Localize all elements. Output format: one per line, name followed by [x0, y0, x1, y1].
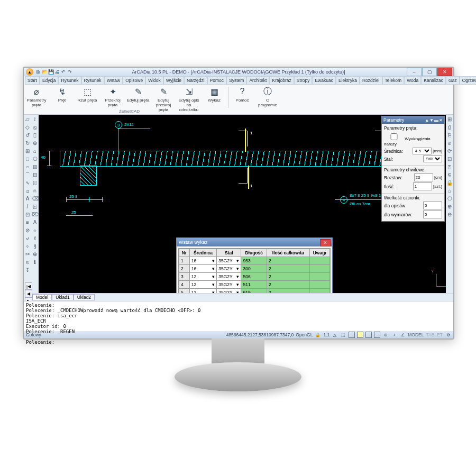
left1-tool-4-icon[interactable]: ⊞: [24, 148, 31, 154]
ribbon-button-5[interactable]: ✎Edytuj przekrój pręta: [152, 86, 175, 112]
sheet-tab-model[interactable]: Model: [32, 294, 52, 300]
left2-tool-5-icon[interactable]: ⎔: [32, 156, 38, 162]
left2-tool-10-icon[interactable]: ⌫: [32, 196, 38, 202]
status-toggle-1[interactable]: [349, 332, 355, 338]
left1-tool-11-icon[interactable]: /: [24, 204, 31, 210]
panel-pin-icon[interactable]: ▲: [425, 118, 429, 123]
ribbon-tab-elektryka[interactable]: Elektryka: [336, 76, 360, 85]
left1-tool-19-icon[interactable]: ↧: [24, 267, 31, 273]
qat-save-icon[interactable]: 💾: [48, 69, 53, 75]
left1-tool-13-icon[interactable]: ≡: [24, 219, 31, 226]
left1-tool-16-icon[interactable]: ⎀: [24, 243, 31, 250]
ribbon-tab-system[interactable]: System: [226, 76, 246, 85]
right-tool-1-icon[interactable]: ⎙: [446, 124, 453, 131]
left2-tool-12-icon[interactable]: ⌦: [32, 212, 38, 218]
right-tool-4-icon[interactable]: ⟳: [446, 148, 453, 154]
left2-tool-1-icon[interactable]: ⧅: [32, 124, 38, 131]
status-crosshair-icon[interactable]: ⊕: [382, 332, 389, 338]
ribbon-tab-architekt[interactable]: Architekt: [246, 76, 269, 85]
font-desc-input[interactable]: [423, 202, 442, 209]
right-tool-7-icon[interactable]: ⎗: [446, 172, 453, 178]
diam-select[interactable]: 4.5: [413, 148, 432, 154]
ribbon-tab-ogrzewa[interactable]: Ogrzewa: [460, 76, 476, 85]
left1-tool-10-icon[interactable]: A: [24, 196, 31, 202]
ribbon-tab-start[interactable]: Start: [25, 76, 40, 85]
left1-tool-7-icon[interactable]: ⌒: [24, 172, 31, 178]
left2-tool-4-icon[interactable]: ⌂: [32, 148, 38, 154]
left2-tool-13-icon[interactable]: A: [32, 219, 38, 226]
left1-tool-14-icon[interactable]: ⊘: [24, 227, 31, 234]
ribbon-button-4[interactable]: ✎Edytuj pręta: [126, 86, 150, 103]
qat-undo-icon[interactable]: ↶: [61, 69, 66, 75]
status-lock-icon[interactable]: 🔒: [315, 332, 321, 338]
qat-new-icon[interactable]: 🗎: [35, 69, 41, 75]
ribbon-button-3[interactable]: ✦Przekrój pręta: [101, 86, 124, 107]
status-gear-icon[interactable]: ⚙: [445, 332, 451, 338]
table-row[interactable]: 216 ▾35G2Y ▾3002: [179, 265, 330, 273]
ribbon-tab-kanalizac[interactable]: Kanalizac: [421, 76, 446, 85]
round-checkbox[interactable]: Wyokrąglenia naroży: [384, 132, 442, 147]
minimize-button[interactable]: –: [407, 68, 422, 76]
ribbon-tab-wyjście[interactable]: Wyjście: [163, 76, 184, 85]
right-tool-9-icon[interactable]: ⌂: [446, 188, 453, 194]
status-tablet-button[interactable]: TABLET: [426, 332, 443, 337]
right-tool-2-icon[interactable]: ⎘: [446, 132, 453, 139]
ribbon-tab-narzędzi[interactable]: Narzędzi: [184, 76, 207, 85]
ribbon-button-7[interactable]: ▦Wykaz: [203, 86, 226, 103]
ribbon-tab-woda[interactable]: Woda: [404, 76, 421, 85]
left2-tool-3-icon[interactable]: ⊕: [32, 140, 38, 147]
panel-pin2-icon[interactable]: ▼: [429, 118, 434, 123]
ribbon-button-1[interactable]: ↯Pręt: [50, 86, 74, 103]
close-button[interactable]: ✕: [437, 68, 452, 76]
ribbon-button-8[interactable]: ?Pomoc: [231, 86, 254, 103]
left2-tool-16-icon[interactable]: §: [32, 243, 38, 250]
left2-tool-18-icon[interactable]: ℹ: [32, 259, 38, 266]
left1-tool-9-icon[interactable]: ⩍: [24, 188, 31, 194]
status-plus-icon[interactable]: +: [391, 332, 397, 338]
ribbon-tab-stropy[interactable]: Stropy: [294, 76, 313, 85]
qat-open-icon[interactable]: 📂: [42, 69, 47, 75]
ribbon-tab-telekom[interactable]: Telekom: [382, 76, 405, 85]
ribbon-tab-opisowe[interactable]: Opisowe: [123, 76, 145, 85]
count-input[interactable]: [413, 182, 432, 190]
right-tool-10-icon[interactable]: ⎔: [446, 196, 453, 202]
left1-tool-8-icon[interactable]: ∿: [24, 180, 31, 186]
table-row[interactable]: 312 ▾35G2Y ▾5062: [179, 273, 330, 281]
sheet-tab-układ1[interactable]: Układ1: [52, 294, 73, 300]
left2-tool-9-icon[interactable]: ⎌: [32, 188, 38, 194]
ribbon-tab-gaz[interactable]: Gaz: [446, 76, 460, 85]
right-tool-12-icon[interactable]: ⊖: [446, 212, 453, 218]
cad-canvas[interactable]: 1 2 1 2 3 2#12 40 25 8: [39, 115, 446, 293]
table-row[interactable]: 512 ▾35G2Y ▾6192: [179, 289, 330, 294]
sheet-nav-1[interactable]: ◀: [25, 290, 32, 297]
left1-tool-1-icon[interactable]: ◇: [24, 124, 31, 131]
ribbon-tab-ewakuac[interactable]: Ewakuac: [312, 76, 336, 85]
left2-tool-17-icon[interactable]: ⊛: [32, 251, 38, 258]
dialog-close-button[interactable]: ✕: [320, 239, 331, 246]
left1-tool-2-icon[interactable]: ↺: [24, 132, 31, 139]
left2-tool-0-icon[interactable]: ⟟: [32, 116, 38, 123]
font-dim-input[interactable]: [423, 210, 442, 218]
sheet-tab-układ2[interactable]: Układ2: [74, 294, 95, 300]
status-angle-icon[interactable]: ∠: [399, 332, 406, 338]
ribbon-button-0[interactable]: ⌀Parametry pręta: [25, 86, 48, 107]
panel-min-icon[interactable]: ▬: [434, 118, 438, 123]
left2-tool-15-icon[interactable]: ℓ: [32, 235, 38, 242]
right-tool-5-icon[interactable]: ⊡: [446, 156, 453, 162]
right-tool-8-icon[interactable]: 🔒: [446, 180, 453, 186]
ribbon-button-9[interactable]: ⓘO programie: [256, 86, 279, 107]
right-tool-3-icon[interactable]: ⎚: [446, 140, 453, 147]
qat-print-icon[interactable]: 🖨: [54, 69, 60, 75]
ribbon-tab-rozdziel[interactable]: Rozdziel: [360, 76, 382, 85]
left1-tool-0-icon[interactable]: ▱: [24, 116, 31, 123]
left2-tool-6-icon[interactable]: ⊞: [32, 164, 38, 170]
right-tool-0-icon[interactable]: ⊞: [446, 116, 453, 123]
status-toggle-2[interactable]: [357, 332, 363, 338]
panel-close-icon[interactable]: ✕: [439, 118, 443, 123]
status-toggle-4[interactable]: [374, 332, 380, 338]
ribbon-button-2[interactable]: ⬚Rzut pręta: [76, 86, 99, 103]
status-s2-icon[interactable]: ⬚: [340, 332, 346, 338]
right-tool-6-icon[interactable]: ⍞: [446, 164, 453, 170]
left2-tool-14-icon[interactable]: ⟐: [32, 227, 38, 234]
table-row[interactable]: 116 ▾35G2Y ▾9532: [179, 257, 330, 265]
